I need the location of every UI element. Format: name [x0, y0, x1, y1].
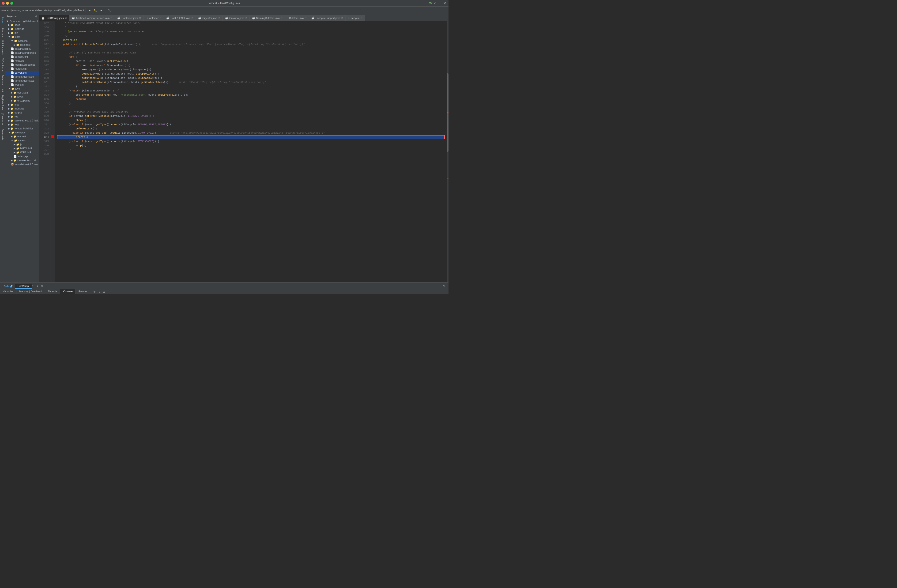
debug-tab-frames[interactable]: Frames [76, 289, 90, 294]
close-tab-ruleset[interactable]: ✕ [305, 17, 306, 19]
tree-item-orgapache[interactable]: ▶ 📁 org.apache [5, 99, 39, 103]
build-button[interactable]: 🔨 [107, 8, 112, 12]
clear-console-button[interactable]: 🗑 [92, 290, 97, 294]
tab-abstractexecutor[interactable]: ☕ AbstractExecutorService.java ✕ [69, 15, 115, 21]
tree-item-tomcat-build-libs[interactable]: ▶ 📁 tomcat-build-libs [5, 127, 39, 130]
breadcrumb-hostconfig[interactable]: HostConfig [54, 9, 66, 12]
structure-icon[interactable]: Structure [1, 26, 4, 38]
maximize-button[interactable] [10, 2, 13, 5]
tree-item-my-test[interactable]: ▶ 📁 my-test [5, 135, 39, 139]
breadcrumb-startup[interactable]: startup [44, 9, 52, 12]
debug-tab-memory[interactable]: Memory | Overhead [17, 289, 45, 294]
debug-tab-console[interactable]: Console [60, 289, 75, 294]
jcassandra-icon[interactable]: jCassandra [1, 113, 4, 126]
tree-item-mytest-xml[interactable]: 📄 mytest.xml [5, 67, 39, 71]
close-tab-namingruleset[interactable]: ✕ [281, 17, 283, 19]
scroll-end-button[interactable]: ↓ [98, 290, 101, 294]
tree-item-test[interactable]: ▶ 📁 test [5, 122, 39, 127]
step-into-button[interactable]: ↓ [26, 284, 30, 288]
tab-container[interactable]: I Container ✕ [144, 15, 164, 21]
debug-tab-variables[interactable]: Variables [0, 289, 17, 294]
tab-hostconfig[interactable]: ☕ HostConfig.java ✕ [39, 15, 69, 21]
ant-icon[interactable]: Ant [1, 87, 4, 93]
evaluate-button[interactable]: ⊞ [40, 284, 44, 288]
tab-catalina[interactable]: ☕ Catalina.java ✕ [223, 15, 250, 21]
tree-item-idea[interactable]: ▶ 📁 .idea [5, 23, 39, 27]
pull-requests-icon[interactable]: Pull Requests [1, 39, 4, 56]
tree-item-tomcat-users-xsd[interactable]: 📄 tomcat-users.xsd [5, 79, 39, 83]
tree-item-servelet-bak[interactable]: ▶ 📁 servelet-test-1.0_bak [5, 119, 39, 122]
tree-item-javax[interactable]: ▶ 📁 javax [5, 95, 39, 99]
tree-item-bin[interactable]: ▶ 📁 bin [5, 31, 39, 35]
pause-button[interactable]: ⏸ [15, 284, 20, 288]
settings-icon[interactable]: ⚙ [444, 2, 447, 5]
close-tab-lifecycle[interactable]: ✕ [361, 17, 363, 19]
tree-item-logging-properties[interactable]: 📄 logging.properties [5, 63, 39, 67]
tree-item-meta-inf[interactable]: ▶ 📁 META-INF [5, 147, 39, 150]
tree-item-js[interactable]: ▶ 📁 js [5, 142, 39, 147]
tree-item-webapps[interactable]: ▼ 📁 webapps [5, 130, 39, 135]
sidebar-actions[interactable]: ⚙ [35, 15, 38, 18]
run-button[interactable]: ▶ [87, 8, 92, 12]
tree-item-catalina-properties[interactable]: 📄 catalina.properties [5, 51, 39, 55]
bookmarks-icon[interactable]: Bookmarks [1, 128, 4, 141]
close-tab-hostconfig[interactable]: ✕ [65, 17, 67, 20]
tree-item-context-xml[interactable]: 📄 context.xml [5, 55, 39, 59]
tree-item-mytest-folder[interactable]: ▼ 📁 mytest [5, 139, 39, 142]
stop-button[interactable]: ■ [99, 8, 103, 12]
tab-lifecycle[interactable]: I Lifecycle ✕ [346, 15, 365, 21]
project-icon[interactable]: Project [1, 16, 4, 25]
database-icon[interactable]: Database [1, 74, 4, 86]
tree-item-project[interactable]: ▼🗁 tomcat ~/gitlab/tomcat [5, 19, 39, 23]
big-data-tools-icon[interactable]: Big Data Tools [1, 94, 4, 111]
close-tab-abstract[interactable]: ✕ [110, 17, 112, 19]
tree-item-servelet-war[interactable]: 📦 servelet-test-1.0.war [5, 162, 39, 167]
tree-item-web-inf[interactable]: ▶ 📁 WEB-INF [5, 150, 39, 155]
breadcrumb-org[interactable]: org [18, 9, 21, 12]
tree-item-conf[interactable]: ▼ 📁 conf [5, 35, 39, 39]
close-tab-lifecyclesupport[interactable]: ✕ [341, 17, 343, 19]
step-over-button[interactable]: ↷ [21, 284, 25, 288]
close-tab-hostruleset[interactable]: ✕ [191, 17, 193, 19]
tab-hostruleset[interactable]: ☕ HostRuleSet.java ✕ [164, 15, 196, 21]
breadcrumb-apache[interactable]: apache [23, 9, 31, 12]
tree-item-catalina-policy[interactable]: 📄 catalina.policy [5, 47, 39, 51]
tab-lifecyclesupport[interactable]: ☕ LifecycleSupport.java ✕ [309, 15, 346, 21]
vcs-icon[interactable]: Git: ✓ ↑ ↓ [429, 2, 441, 5]
close-tab-container[interactable]: ✕ [159, 17, 161, 19]
tree-item-hello-txt[interactable]: 📄 hello.txt [5, 59, 39, 63]
resume-button[interactable]: ▶ [10, 284, 14, 288]
close-tab-digester[interactable]: ✕ [218, 17, 220, 19]
debug-tab-threads[interactable]: Threads [45, 289, 60, 294]
tree-item-res[interactable]: ▶ 📁 res [5, 115, 39, 119]
breadcrumb-java[interactable]: java [11, 9, 16, 12]
tree-item-index-jsp[interactable]: 📄 index.jsp [5, 155, 39, 158]
step-out-button[interactable]: ↑ [31, 284, 35, 288]
tree-item-server-xml[interactable]: 📄 server.xml [5, 71, 39, 75]
close-button[interactable] [2, 2, 5, 5]
tab-namingruleset[interactable]: ☕ NamingRuleSet.java ✕ [250, 15, 285, 21]
tab-ruleset[interactable]: I RuleSet.java ✕ [285, 15, 309, 21]
json-parser-icon[interactable]: JSON Parser [1, 57, 4, 73]
tree-item-output[interactable]: ▶ 📁 output [5, 111, 39, 115]
tab-container-java[interactable]: ☕ Container.java ✕ [115, 15, 143, 21]
breadcrumb-lifecycleevent[interactable]: lifecycleEvent [68, 9, 84, 12]
debug-button[interactable]: 🐛 [93, 8, 98, 12]
tree-item-catalina-folder[interactable]: ▼ 📁 Catalina [5, 39, 39, 43]
tree-item-comluban[interactable]: ▶ 📁 com.luban [5, 91, 39, 95]
tree-item-tomcat-users-xml[interactable]: 📄 tomcat-users.xml [5, 75, 39, 79]
tree-item-logs[interactable]: ▶ 📁 logs [5, 103, 39, 107]
minimize-button[interactable] [6, 2, 9, 5]
breadcrumb-tomcat[interactable]: tomcat [2, 9, 9, 12]
tree-item-servelet-test[interactable]: ▶ 📁 servelet-test-1.0 [5, 158, 39, 162]
code-content[interactable]: * Process the START event for an associa… [55, 21, 447, 282]
tree-item-java[interactable]: ▼ 📁 java [5, 87, 39, 91]
close-tab-catalina[interactable]: ✕ [245, 17, 247, 19]
close-tab-container-java[interactable]: ✕ [139, 17, 141, 19]
tree-item-localhost[interactable]: ▶ 📁 localhost [5, 43, 39, 47]
tree-item-settings[interactable]: ▶ 📁 .settings [5, 27, 39, 31]
breadcrumb-catalina[interactable]: catalina [33, 9, 42, 12]
tree-item-modules[interactable]: ▶ 📁 modules [5, 107, 39, 111]
run-to-cursor-button[interactable]: ⤵ [35, 284, 39, 288]
tree-item-web-xml[interactable]: 📄 web.xml [5, 83, 39, 87]
